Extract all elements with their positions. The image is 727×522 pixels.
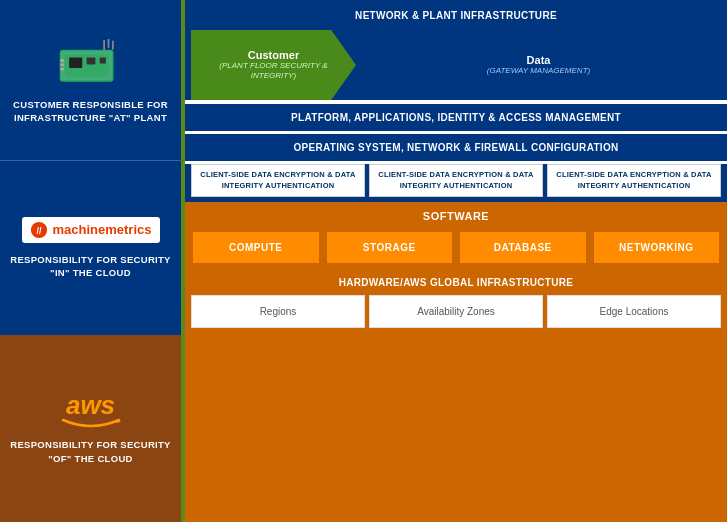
region-box-availability: Availability Zones [369,295,543,328]
os-title: OPERATING SYSTEM, NETWORK & FIREWALL CON… [191,137,721,158]
compute-box-storage: STORAGE [325,230,455,265]
client-data-box-1-text: CLIENT-SIDE DATA ENCRYPTION & DATA INTEG… [196,170,360,191]
sidebar-top-label: CUSTOMER RESPONSIBLE FOR INFRASTRUCTURE … [10,99,171,124]
compute-row: COMPUTE STORAGE DATABASE NETWORKING [185,230,727,270]
sidebar-mid-label: RESPONSIBILITY FOR SECURITY "IN" THE CLO… [10,253,171,280]
region-box-availability-text: Availability Zones [374,306,538,317]
machinemetrics-logo: // machinemetrics [22,217,160,243]
device-icon [56,36,126,91]
platform-section: PLATFORM, APPLICATIONS, IDENTITY & ACCES… [185,104,727,131]
aws-section: SOFTWARE COMPUTE STORAGE DATABASE NETWOR… [185,202,727,522]
hardware-section: HARDWARE/AWS GLOBAL INFRASTRUCTURE [185,270,727,295]
region-box-regions: Regions [191,295,365,328]
main-content: NETWORK & PLANT INFRASTRUCTURE Customer … [185,0,727,522]
platform-title: PLATFORM, APPLICATIONS, IDENTITY & ACCES… [191,107,721,128]
network-customer-box: Customer (PLANT FLOOR SECURITY & INTEGRI… [191,30,356,100]
network-customer-label: Customer [248,49,299,61]
svg-rect-2 [69,58,82,69]
compute-box-compute-text: COMPUTE [197,242,315,253]
region-box-edge-text: Edge Locations [552,306,716,317]
client-data-box-3-text: CLIENT-SIDE DATA ENCRYPTION & DATA INTEG… [552,170,716,191]
mm-logo-text: machinemetrics [53,222,152,237]
svg-rect-3 [86,58,95,65]
software-section: SOFTWARE [185,202,727,230]
client-data-row: CLIENT-SIDE DATA ENCRYPTION & DATA INTEG… [185,164,727,202]
svg-rect-8 [60,59,64,62]
regions-row: Regions Availability Zones Edge Location… [185,295,727,333]
network-data-box: Data (GATEWAY MANAGEMENT) [356,30,721,100]
hardware-title: HARDWARE/AWS GLOBAL INFRASTRUCTURE [191,273,721,292]
sidebar-customer-section: CUSTOMER RESPONSIBLE FOR INFRASTRUCTURE … [0,0,185,160]
aws-smile-icon [61,418,121,428]
network-section: NETWORK & PLANT INFRASTRUCTURE Customer … [185,0,727,100]
network-title: NETWORK & PLANT INFRASTRUCTURE [191,5,721,26]
aws-logo: aws [61,392,121,428]
mm-logo-machine: machine [53,222,106,237]
svg-rect-9 [60,64,64,67]
region-box-edge: Edge Locations [547,295,721,328]
compute-box-storage-text: STORAGE [331,242,449,253]
client-data-box-2-text: CLIENT-SIDE DATA ENCRYPTION & DATA INTEG… [374,170,538,191]
svg-rect-10 [60,68,64,71]
region-box-regions-text: Regions [196,306,360,317]
sidebar-bottom-label: RESPONSIBILITY FOR SECURITY "OF" THE CLO… [10,438,171,465]
aws-text: aws [66,392,115,418]
main-container: CUSTOMER RESPONSIBLE FOR INFRASTRUCTURE … [0,0,727,522]
compute-box-database-text: DATABASE [464,242,582,253]
compute-box-database: DATABASE [458,230,588,265]
sidebar: CUSTOMER RESPONSIBLE FOR INFRASTRUCTURE … [0,0,185,522]
network-row: Customer (PLANT FLOOR SECURITY & INTEGRI… [191,30,721,100]
svg-text://: // [36,225,42,235]
network-data-sub: (GATEWAY MANAGEMENT) [487,66,590,76]
client-data-box-1: CLIENT-SIDE DATA ENCRYPTION & DATA INTEG… [191,164,365,197]
software-title: SOFTWARE [191,207,721,225]
network-data-label: Data [527,54,551,66]
os-section: OPERATING SYSTEM, NETWORK & FIREWALL CON… [185,134,727,161]
compute-box-compute: COMPUTE [191,230,321,265]
sidebar-aws-section: aws RESPONSIBILITY FOR SECURITY "OF" THE… [0,335,185,522]
compute-box-networking-text: NETWORKING [598,242,716,253]
compute-box-networking: NETWORKING [592,230,722,265]
sidebar-machinemetrics-section: // machinemetrics RESPONSIBILITY FOR SEC… [0,160,185,335]
mm-logo-metrics: metrics [105,222,151,237]
svg-rect-4 [99,58,105,64]
client-data-box-2: CLIENT-SIDE DATA ENCRYPTION & DATA INTEG… [369,164,543,197]
mm-icon: // [30,221,48,239]
network-customer-sub: (PLANT FLOOR SECURITY & INTEGRITY) [197,61,350,82]
client-data-box-3: CLIENT-SIDE DATA ENCRYPTION & DATA INTEG… [547,164,721,197]
